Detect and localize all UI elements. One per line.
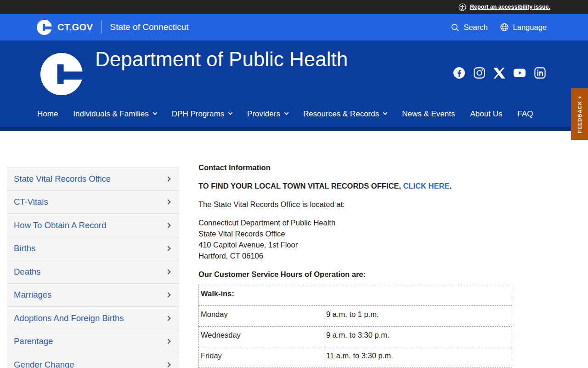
hours-cell: 11 a.m. to 3:30 p.m. (324, 347, 512, 368)
nav-news-events[interactable]: News & Events (402, 109, 455, 119)
address-line: Hartford, CT 06106 (198, 250, 512, 261)
address-line: Connecticut Department of Public Health (198, 217, 512, 228)
sidebar-item-deaths[interactable]: Deaths (7, 260, 179, 284)
state-site-name: State of Connecticut (110, 22, 188, 32)
feedback-label: FEEDBACK + (577, 95, 582, 133)
accessibility-bar: Report an accessibility issue. (0, 0, 588, 14)
feedback-tab[interactable]: FEEDBACK + (571, 88, 588, 140)
hours-cell: 9 a.m. to 1 p.m. (324, 306, 512, 327)
language-label: Language (513, 23, 547, 32)
report-accessibility-label: Report an accessibility issue. (470, 4, 550, 10)
contact-heading: Contact Information (198, 162, 512, 173)
ctgov-brand-label: CT.GOV (57, 22, 93, 33)
chevron-down-icon (228, 110, 233, 115)
table-row: Wednesday 9 a.m. to 3:30 p.m. (199, 327, 512, 347)
table-row: Monday 9 a.m. to 1 p.m. (199, 306, 512, 327)
address-line: State Vital Records Office (198, 228, 512, 239)
ctgov-brand[interactable]: CT.GOV (37, 20, 93, 35)
chevron-right-icon (165, 200, 170, 205)
instagram-icon[interactable] (473, 67, 486, 79)
located-text: The State Vital Records Office is locate… (198, 199, 512, 210)
day-cell: Wednesday (199, 327, 324, 347)
chevron-right-icon (165, 176, 170, 181)
youtube-icon[interactable] (513, 67, 526, 79)
nav-faq[interactable]: FAQ (517, 109, 533, 119)
hours-table: Walk-ins: Monday 9 a.m. to 1 p.m. Wednes… (198, 285, 512, 368)
linkedin-icon[interactable] (534, 67, 546, 79)
nav-dph-programs[interactable]: DPH Programs (172, 109, 232, 119)
accessibility-icon (458, 3, 466, 11)
facebook-icon[interactable] (453, 67, 465, 79)
chevron-right-icon (165, 293, 170, 298)
search-icon (451, 23, 459, 32)
chevron-down-icon (153, 110, 157, 115)
sidebar-item-births[interactable]: Births (7, 237, 179, 261)
hours-heading: Our Customer Service Hours of Operation … (198, 269, 512, 280)
social-links (453, 67, 546, 79)
main-content: Contact Information TO FIND YOUR LOCAL T… (198, 162, 512, 368)
sidebar-item-how-to-obtain-a-record[interactable]: How To Obtain A Record (7, 214, 179, 237)
primary-nav: Home Individuals & Families DPH Programs… (37, 109, 533, 119)
dph-logo-icon[interactable] (40, 53, 83, 95)
nav-resources-records[interactable]: Resources & Records (303, 109, 387, 119)
search-label: Search (464, 23, 487, 32)
sidebar-item-adoptions-and-foreign-births[interactable]: Adoptions And Foreign Births (7, 307, 179, 330)
chevron-down-icon (284, 110, 288, 115)
sidebar-item-parentage[interactable]: Parentage (7, 330, 179, 354)
hours-cell: 9 a.m. to 3:30 p.m. (324, 327, 512, 347)
chevron-right-icon (165, 246, 170, 251)
day-cell: Friday (199, 347, 324, 368)
chevron-down-icon (383, 110, 388, 115)
day-cell: Monday (199, 306, 324, 327)
sidebar-item-state-vital-records-office[interactable]: State Vital Records Office (7, 167, 179, 191)
address-block: Connecticut Department of Public Health … (198, 217, 512, 261)
table-row: Friday 11 a.m. to 3:30 p.m. (199, 347, 512, 368)
section-sidebar: State Vital Records Office CT-Vitals How… (7, 167, 179, 368)
click-here-link[interactable]: CLICK HERE (403, 182, 450, 190)
chevron-right-icon (165, 316, 170, 321)
chevron-right-icon (165, 223, 170, 228)
sidebar-item-ct-vitals[interactable]: CT-Vitals (7, 191, 179, 214)
sidebar-item-gender-change[interactable]: Gender Change (7, 353, 179, 368)
state-header: CT.GOV State of Connecticut Search Langu… (0, 14, 588, 40)
ctgov-logo-icon (37, 20, 52, 35)
find-office-line: TO FIND YOUR LOCAL TOWN VITAL RECORDS OF… (198, 180, 512, 191)
x-icon[interactable] (493, 67, 505, 79)
walk-ins-header: Walk-ins: (199, 285, 512, 306)
globe-icon (500, 23, 509, 32)
nav-providers[interactable]: Providers (247, 109, 288, 119)
nav-home[interactable]: Home (37, 109, 58, 119)
table-header-row: Walk-ins: (199, 285, 512, 306)
chevron-right-icon (165, 362, 170, 367)
header-divider (101, 21, 102, 34)
language-button[interactable]: Language (500, 23, 547, 32)
chevron-right-icon (165, 269, 170, 274)
agency-title: Department of Public Health (95, 46, 371, 73)
search-button[interactable]: Search (451, 23, 487, 32)
page: Report an accessibility issue. CT.GOV St… (0, 0, 588, 368)
nav-individuals-families[interactable]: Individuals & Families (73, 109, 156, 119)
agency-banner: Department of Public Health (0, 40, 588, 131)
sidebar-item-marriages[interactable]: Marriages (7, 284, 179, 307)
report-accessibility-link[interactable]: Report an accessibility issue. (458, 3, 550, 11)
chevron-right-icon (165, 339, 170, 344)
nav-about-us[interactable]: About Us (470, 109, 503, 119)
address-line: 410 Capitol Avenue, 1st Floor (198, 239, 512, 250)
